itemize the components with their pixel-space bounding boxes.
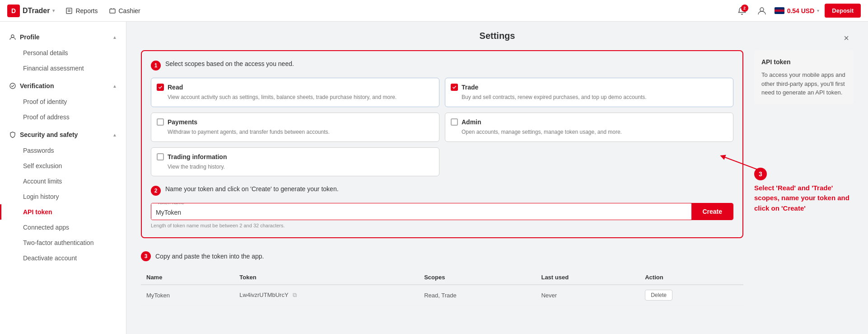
svg-point-7 [11,35,14,38]
sidebar-profile-header[interactable]: Profile ▲ [0,29,126,45]
sidebar-item-connected-apps[interactable]: Connected apps [0,220,126,235]
brand-name: DTrader [23,7,50,15]
verification-icon [9,82,16,89]
step2-number: 2 [151,186,161,196]
sidebar-section-verification: Verification ▲ Proof of identity Proof o… [0,78,126,125]
brand[interactable]: D DTrader ▾ [7,5,55,17]
step1-number: 1 [151,61,161,71]
row-scopes: Read, Trade [419,285,536,306]
sidebar-item-deactivate[interactable]: Deactivate account [0,250,126,266]
sidebar-security-header[interactable]: Security and safety ▲ [0,127,126,143]
main-container: Profile ▲ Personal details Financial ass… [0,22,868,334]
scope-label-read: Read [168,84,183,91]
scope-label-trade: Trade [462,84,478,91]
sidebar-item-passwords[interactable]: Passwords [0,143,126,158]
create-button[interactable]: Create [691,203,733,220]
scope-card-admin: Admin Open accounts, manage settings, ma… [445,113,733,142]
sidebar-item-personal-details[interactable]: Personal details [0,45,126,61]
content-area: Settings × 1 Select scopes based on the … [126,22,868,334]
svg-point-6 [760,8,764,11]
copy-icon[interactable]: ⧉ [293,292,297,298]
svg-rect-3 [110,9,115,13]
sidebar-item-api-token[interactable]: API token [0,204,126,220]
scope-card-trade: Trade Buy and sell contracts, renew expi… [445,78,733,107]
close-button[interactable]: × [839,31,854,45]
notification-button[interactable]: 2 [735,4,749,18]
sidebar-item-proof-identity[interactable]: Proof of identity [0,94,126,109]
scope-label-trading-info: Trading information [168,153,227,160]
deposit-button[interactable]: Deposit [825,4,861,18]
balance-area[interactable]: 0.54 USD ▾ [775,7,820,14]
sidebar-verification-header[interactable]: Verification ▲ [0,78,126,94]
topnav-right: 2 0.54 USD ▾ Deposit [735,4,861,18]
api-token-panel: API token To access your mobile apps and… [754,50,854,104]
checkmark-icon [452,85,457,89]
security-icon [9,131,16,138]
sidebar-section-security: Security and safety ▲ Passwords Self exc… [0,127,126,266]
sidebar-section-profile: Profile ▲ Personal details Financial ass… [0,29,126,76]
profile-icon [9,33,16,41]
scopes-grid: Read View account activity such as setti… [151,78,733,176]
col-action: Action [639,270,743,285]
col-name: Name [141,270,234,285]
col-token: Token [234,270,419,285]
balance-chevron-icon: ▾ [817,8,819,13]
scope-desc-trading-info: View the trading history. [157,163,434,171]
scope-card-read: Read View account activity such as setti… [151,78,439,107]
scope-card-trading-info: Trading information View the trading his… [151,147,439,177]
token-name-label: Token name [156,203,186,205]
step3-number: 3 [141,251,151,261]
scope-desc-payments: Withdraw to payment agents, and transfer… [157,128,434,136]
step2-wrapper: 2 Name your token and click on 'Create' … [151,185,733,228]
scope-card-payments: Payments Withdraw to payment agents, and… [151,113,439,142]
table-row: MyToken Lw4ivzrUTMbUrcY ⧉ Read, Trade Ne… [141,285,743,306]
brand-logo: D [7,5,20,17]
step1-description: Select scopes based on the access you ne… [165,60,294,67]
settings-title-bar: Settings × [141,31,854,41]
token-hint: Length of token name must be between 2 a… [151,223,733,228]
col-last-used: Last used [536,270,639,285]
token-table: Name Token Scopes Last used Action MyTok… [141,270,743,306]
scope-label-admin: Admin [462,118,481,126]
reports-nav[interactable]: Reports [65,7,98,14]
sidebar-item-login-history[interactable]: Login history [0,189,126,204]
sidebar: Profile ▲ Personal details Financial ass… [0,22,126,334]
step1-2-section: 1 Select scopes based on the access you … [141,50,743,238]
api-token-panel-desc: To access your mobile apps and other thi… [761,71,846,97]
scope-checkbox-trading-info[interactable] [157,153,164,160]
verification-chevron-icon: ▲ [112,84,117,89]
scope-checkbox-read[interactable] [157,84,164,91]
row-last-used: Never [536,285,639,306]
api-token-panel-title: API token [761,57,846,67]
scope-checkbox-payments[interactable] [157,118,164,126]
token-name-input[interactable] [151,203,691,220]
user-icon [757,6,767,16]
side-col: API token To access your mobile apps and… [754,50,854,306]
sidebar-item-two-factor[interactable]: Two-factor authentication [0,235,126,250]
scope-desc-trade: Buy and sell contracts, renew expired pu… [451,94,728,101]
scope-checkbox-admin[interactable] [451,118,458,126]
delete-button[interactable]: Delete [645,290,672,301]
step2-description: Name your token and click on 'Create' to… [165,185,339,193]
security-chevron-icon: ▲ [112,132,117,137]
sidebar-item-account-limits[interactable]: Account limits [0,174,126,189]
balance-text: 0.54 USD [787,7,815,14]
row-name: MyToken [141,285,234,306]
sidebar-item-proof-address[interactable]: Proof of address [0,109,126,125]
step1-header: 1 Select scopes based on the access you … [151,60,733,71]
account-button[interactable] [755,4,769,18]
cashier-nav[interactable]: Cashier [109,7,140,14]
row-action: Delete [639,285,743,306]
callout-text: Select 'Read' and 'Trade' scopes, name y… [754,183,854,214]
scope-desc-read: View account activity such as settings, … [157,94,434,101]
two-col-layout: 1 Select scopes based on the access you … [141,50,854,306]
notif-badge: 2 [741,5,748,12]
main-col: 1 Select scopes based on the access you … [141,50,743,306]
token-name-field: Token name Create [151,203,733,220]
scope-checkbox-trade[interactable] [451,84,458,91]
sidebar-item-self-exclusion[interactable]: Self exclusion [0,158,126,174]
svg-rect-0 [66,8,72,14]
flag-icon [775,7,784,14]
sidebar-item-financial-assessment[interactable]: Financial assessment [0,61,126,76]
col-scopes: Scopes [419,270,536,285]
